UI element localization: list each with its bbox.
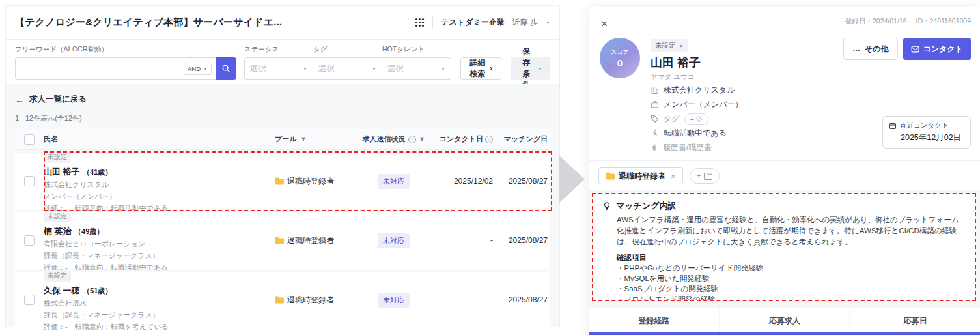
freeword-input[interactable]: AND ▼ <box>15 57 216 80</box>
candidate-evaluation: 評価：- 転職意向：転職を考えている <box>44 322 275 332</box>
row-checkbox[interactable] <box>24 176 35 186</box>
candidate-name[interactable]: 楠 英治 <box>44 226 72 236</box>
candidate-position: 課長（課長・マネージャークラス） <box>44 251 275 261</box>
matching-date: 2025/08/27 <box>509 236 548 245</box>
header-divider <box>432 16 433 29</box>
detail-search-button[interactable]: 詳細検索 › <box>460 57 501 80</box>
candidate-company: 株式会社クリスタル <box>44 180 275 190</box>
col-header-registration-route: 登録経路 <box>589 308 719 333</box>
matching-date: 2025/08/27 <box>509 295 548 304</box>
remove-chip-icon[interactable]: × <box>671 171 676 181</box>
recent-contact-label: 直近コンタクト <box>900 121 949 130</box>
help-icon[interactable]: ? <box>485 136 493 143</box>
col-header-pool: プール <box>275 134 297 144</box>
bottom-accent-bar <box>589 332 980 335</box>
checklist-item: ・SaaSプロダクトの開発経験 <box>617 284 966 294</box>
candidate-row[interactable]: 未設定 山田 裕子 （41歳） 株式会社クリスタル メンバー（メンバー） 評価：… <box>15 153 550 209</box>
ellipsis-icon: … <box>852 44 861 53</box>
contact-button[interactable]: コンタクト <box>903 38 971 60</box>
pool-folder-chip[interactable]: 退職時登録者 × <box>598 168 683 184</box>
help-icon[interactable]: ? <box>408 136 416 143</box>
lightbulb-icon <box>602 201 611 211</box>
candidate-name[interactable]: 山田 裕子 <box>44 167 80 177</box>
candidate-company: 株式会社清水 <box>44 299 275 308</box>
current-user-name[interactable]: 近藤 歩 <box>512 17 538 28</box>
row-checkbox[interactable] <box>24 235 35 246</box>
recent-contact-date: 2025年12月02日 <box>889 132 964 143</box>
close-icon[interactable]: × <box>601 18 608 29</box>
paperclip-icon <box>651 143 658 152</box>
chevron-down-icon: ▼ <box>679 44 684 48</box>
candidate-table: 氏名 プール 求人送信状況 ? コンタクト日 ? <box>15 129 550 328</box>
candidate-position: メンバー（メンバー） <box>44 192 275 201</box>
chevron-down-icon: ▼ <box>441 66 445 71</box>
candidate-furigana: ヤマダ ユウコ <box>651 72 694 81</box>
candidate-id: ID：24011601009 <box>916 17 971 26</box>
matching-date: 2025/08/27 <box>509 177 548 186</box>
freeword-label: フリーワード（AI-OCR有効） <box>15 45 236 54</box>
building-icon <box>651 86 659 95</box>
transition-arrow-icon <box>559 155 585 203</box>
apps-grid-icon[interactable] <box>415 18 425 27</box>
rating-badge: 未設定 <box>44 270 71 282</box>
candidate-company: 有限会社ヒロコーポレーション <box>44 239 275 249</box>
matching-summary-text: AWSインフラ構築・運用の豊富な経験と、自動化・効率化への実績があり、御社のプラ… <box>617 214 966 248</box>
briefcase-icon <box>651 100 659 109</box>
status-select[interactable]: 選択 ▼ <box>244 57 313 80</box>
folder-outline-icon <box>704 173 712 180</box>
filter-funnel-icon[interactable] <box>300 136 307 143</box>
documents-row[interactable]: 履歴書/職歴書 <box>651 143 743 153</box>
candidate-row[interactable]: 未設定 楠 英治 （49歳） 有限会社ヒロコーポレーション 課長（課長・マネージ… <box>15 212 550 269</box>
candidate-age: （41歳） <box>83 168 112 176</box>
checklist-item: ・MySQLを用いた開発経験 <box>617 273 966 284</box>
hot-talent-select[interactable]: 選択 ▼ <box>382 57 451 80</box>
score-value: 0 <box>617 57 623 68</box>
and-caret-icon: ▼ <box>203 66 208 71</box>
back-arrow-icon: ← <box>15 95 24 105</box>
folder-icon <box>275 177 284 185</box>
candidate-age: （51歳） <box>83 287 112 295</box>
rating-badge: 未設定 <box>44 151 71 163</box>
registered-date: 登録日：2024/01/16 <box>845 17 907 26</box>
tag-select[interactable]: 選択 ▼ <box>313 57 382 80</box>
tenant-company-name: テストダミー企業 <box>441 17 504 28</box>
left-header: 【テクノロジー&クリエイティブ本部】サーバーサイドエ... テストダミー企業 近… <box>6 6 559 40</box>
application-table-header: 登録経路 応募求人 応募日 <box>589 305 980 331</box>
chevron-right-icon: › <box>490 64 492 73</box>
others-button[interactable]: … その他 <box>843 38 898 60</box>
folder-icon <box>275 296 284 304</box>
tag-filter-label: タグ <box>313 45 382 54</box>
rating-badge: 未設定 <box>44 211 71 222</box>
contact-date: 2025/12/02 <box>454 177 493 186</box>
checklist-item: ・フロントエンド開発の経験 <box>617 294 966 301</box>
send-status-badge: 未対応 <box>378 293 410 308</box>
job-title: 【テクノロジー&クリエイティブ本部】サーバーサイドエ... <box>15 16 282 29</box>
back-to-jobs-link[interactable]: ← 求人一覧に戻る <box>15 94 550 105</box>
candidate-age: （49歳） <box>74 227 104 235</box>
add-folder-button[interactable]: + <box>690 168 720 184</box>
folder-icon <box>275 237 284 244</box>
detail-lower-section: マッチング内訳 AWSインフラ構築・運用の豊富な経験と、自動化・効率化への実績が… <box>589 190 980 335</box>
chevron-down-icon: ▼ <box>303 66 307 71</box>
matching-section-title: マッチング内訳 <box>616 200 677 212</box>
status-filter-label: ステータス <box>244 45 313 54</box>
pool-name: 退職時登録者 <box>287 235 334 246</box>
tags-row: タグ + <box>651 114 743 124</box>
calendar-icon <box>889 122 897 130</box>
select-all-checkbox[interactable] <box>24 134 35 145</box>
candidate-detail-panel: 登録日：2024/01/16 ID：24011601009 × スコア 0 未設… <box>589 7 980 335</box>
save-conditions-button[interactable]: 保存条件 ▼ <box>511 57 550 80</box>
checklist-item: ・PHPやGoなどのサーバーサイド開発経験 <box>617 263 966 273</box>
and-operator-select[interactable]: AND ▼ <box>184 63 212 75</box>
candidate-row[interactable]: 未設定 久保 一穂 （51歳） 株式会社清水 課長（課長・マネージャークラス） … <box>15 272 550 328</box>
tag-icon <box>651 115 659 123</box>
row-checkbox[interactable] <box>24 295 35 305</box>
user-menu-caret-icon[interactable]: ▼ <box>546 20 550 25</box>
rating-dropdown[interactable]: 未設定 ▼ <box>651 39 688 52</box>
add-tag-button[interactable]: + <box>684 113 708 125</box>
candidate-name[interactable]: 久保 一穂 <box>44 285 80 295</box>
recent-contact-card: 直近コンタクト 2025年12月02日 <box>882 116 971 149</box>
filter-funnel-icon[interactable] <box>419 136 425 143</box>
search-button[interactable] <box>216 57 236 80</box>
folder-icon <box>606 172 615 180</box>
